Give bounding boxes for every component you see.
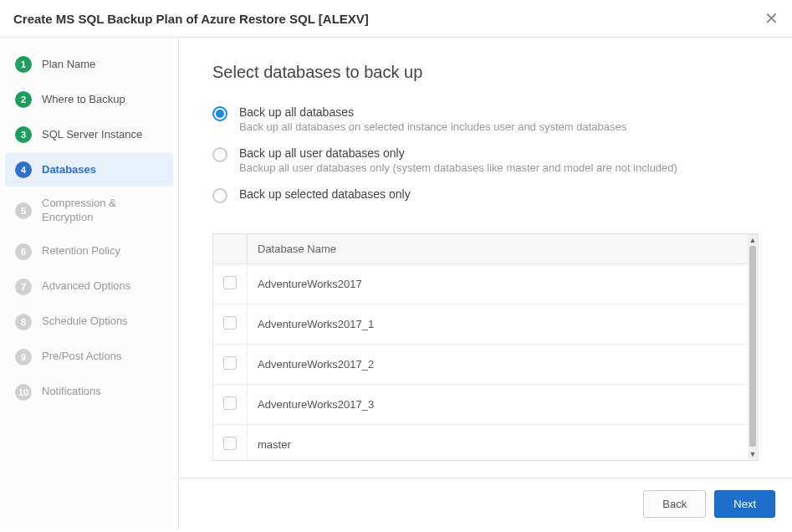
step-label: Where to Backup: [42, 93, 125, 107]
checkbox[interactable]: [223, 437, 237, 450]
close-icon[interactable]: ✕: [764, 10, 779, 27]
wizard-step-6[interactable]: 6Retention Policy: [5, 235, 173, 269]
row-checkbox-cell: [213, 304, 248, 345]
step-number-badge: 9: [15, 349, 32, 366]
wizard-sidebar: 1Plan Name2Where to Backup3SQL Server In…: [0, 38, 179, 529]
step-label: SQL Server Instance: [42, 128, 142, 142]
database-table-container: Database Name AdventureWorks2017Adventur…: [212, 233, 759, 461]
row-checkbox-cell: [213, 345, 248, 385]
table-row: master: [213, 425, 748, 461]
wizard-step-7[interactable]: 7Advanced Options: [5, 270, 173, 304]
wizard-step-9[interactable]: 9Pre/Post Actions: [5, 340, 173, 374]
table-header-checkbox: [213, 234, 248, 264]
step-number-badge: 10: [15, 384, 32, 401]
step-number-badge: 4: [15, 161, 32, 178]
scroll-up-icon[interactable]: ▲: [749, 234, 757, 246]
table-row: AdventureWorks2017_2: [213, 345, 748, 385]
backup-option-1[interactable]: Back up all user databases onlyBackup al…: [212, 146, 759, 174]
radio-label: Back up all user databases only: [239, 146, 677, 160]
database-name-cell: AdventureWorks2017_1: [248, 304, 749, 345]
radio-description: Back up all databases on selected instan…: [239, 120, 626, 133]
radio-icon: [212, 147, 227, 162]
wizard-step-3[interactable]: 3SQL Server Instance: [5, 118, 173, 151]
step-label: Retention Policy: [42, 244, 120, 258]
backup-option-0[interactable]: Back up all databasesBack up all databas…: [212, 105, 759, 133]
radio-description: Backup all user databases only (system d…: [239, 161, 677, 174]
database-table: Database Name AdventureWorks2017Adventur…: [213, 234, 748, 460]
radio-icon: [212, 106, 227, 121]
row-checkbox-cell: [213, 425, 248, 461]
row-checkbox-cell: [213, 385, 248, 425]
scrollbar[interactable]: ▲ ▼: [748, 234, 758, 460]
step-label: Schedule Options: [42, 315, 128, 329]
wizard-step-10[interactable]: 10Notifications: [5, 376, 173, 409]
step-number-badge: 1: [15, 56, 32, 73]
step-label: Databases: [42, 163, 96, 177]
checkbox[interactable]: [223, 276, 237, 289]
table-row: AdventureWorks2017_3: [213, 385, 748, 425]
backup-option-2[interactable]: Back up selected databases only: [212, 187, 759, 203]
wizard-step-2[interactable]: 2Where to Backup: [5, 83, 173, 116]
step-label: Advanced Options: [42, 279, 130, 294]
dialog-footer: Back Next: [179, 478, 792, 529]
table-row: AdventureWorks2017: [213, 264, 748, 304]
checkbox[interactable]: [223, 356, 237, 370]
page-title: Select databases to back up: [212, 63, 759, 82]
wizard-step-4[interactable]: 4Databases: [5, 153, 173, 187]
scroll-down-icon[interactable]: ▼: [749, 448, 757, 460]
checkbox[interactable]: [223, 316, 237, 330]
table-row: AdventureWorks2017_1: [213, 304, 748, 345]
wizard-step-1[interactable]: 1Plan Name: [5, 48, 173, 81]
dialog-header: Create MS SQL Backup Plan of Azure Resto…: [0, 0, 792, 38]
step-number-badge: 8: [15, 314, 32, 330]
database-name-cell: master: [248, 425, 749, 461]
radio-icon: [212, 188, 227, 203]
radio-label: Back up all databases: [239, 105, 626, 119]
database-name-cell: AdventureWorks2017: [248, 264, 749, 304]
scrollbar-thumb[interactable]: [749, 246, 756, 447]
step-number-badge: 5: [15, 202, 32, 219]
backup-mode-radio-group: Back up all databasesBack up all databas…: [212, 105, 759, 217]
checkbox[interactable]: [223, 396, 237, 410]
next-button[interactable]: Next: [714, 490, 775, 518]
step-label: Pre/Post Actions: [42, 350, 121, 364]
step-number-badge: 3: [15, 126, 32, 143]
back-button[interactable]: Back: [643, 490, 706, 518]
database-name-cell: AdventureWorks2017_2: [248, 345, 749, 385]
dialog-title: Create MS SQL Backup Plan of Azure Resto…: [13, 12, 369, 26]
step-label: Notifications: [42, 385, 101, 399]
step-label: Compression & Encryption: [42, 197, 163, 225]
wizard-step-8[interactable]: 8Schedule Options: [5, 305, 173, 339]
step-label: Plan Name: [42, 58, 95, 72]
database-name-cell: AdventureWorks2017_3: [248, 385, 749, 425]
step-number-badge: 7: [15, 279, 32, 295]
step-number-badge: 6: [15, 243, 32, 260]
radio-label: Back up selected databases only: [239, 187, 411, 201]
row-checkbox-cell: [213, 264, 248, 304]
step-number-badge: 2: [15, 91, 32, 108]
wizard-step-5[interactable]: 5Compression & Encryption: [5, 188, 173, 233]
table-header-name: Database Name: [248, 234, 749, 264]
